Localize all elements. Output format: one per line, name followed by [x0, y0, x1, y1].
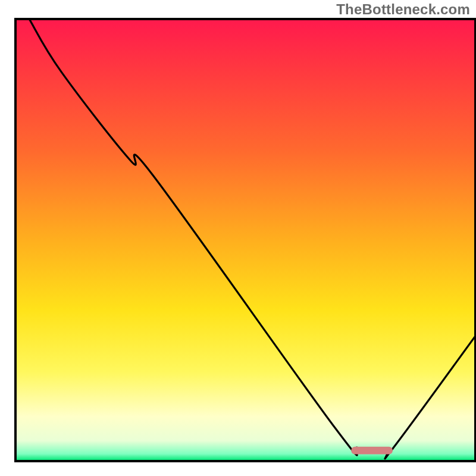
- watermark-text: TheBottleneck.com: [336, 1, 470, 18]
- optimal-region-marker: [351, 447, 393, 455]
- gradient-background: [16, 20, 475, 461]
- chart-svg: [0, 0, 476, 476]
- chart-root: TheBottleneck.com: [0, 0, 476, 476]
